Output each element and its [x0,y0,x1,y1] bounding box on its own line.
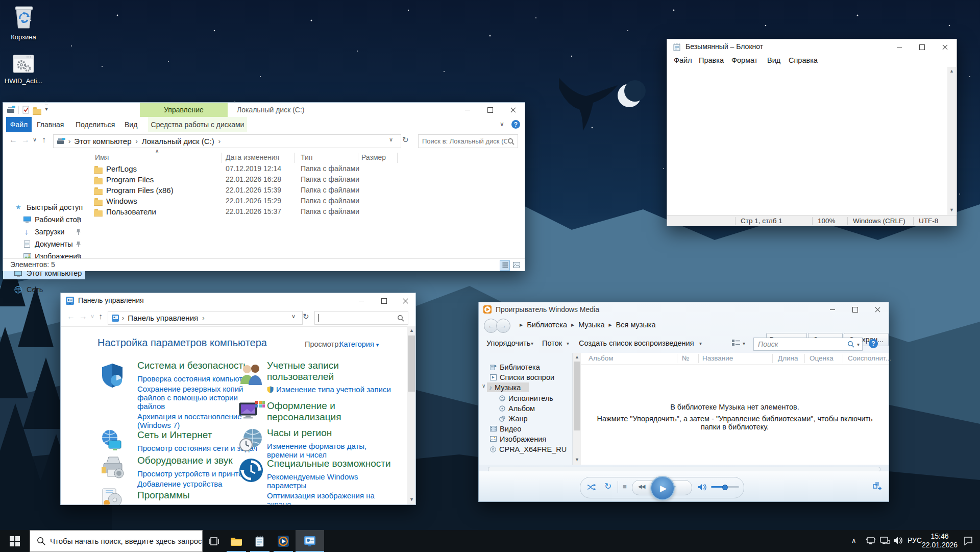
tree-item-cpra-disc[interactable]: CPRA_X64FRE_RU [479,444,572,454]
menu-format[interactable]: Формат [731,56,758,64]
refresh-icon[interactable]: ↻ [303,312,309,321]
view-options-icon[interactable] [732,340,740,347]
hardware-sound-icon[interactable] [100,454,125,479]
resize-grip[interactable] [948,217,957,225]
maximize-button[interactable] [911,40,934,54]
column-title[interactable]: Название [702,354,733,362]
category-link[interactable]: Проверка состояния компьютера [137,374,255,383]
close-button[interactable] [867,302,889,317]
notepad-text-area[interactable] [667,67,947,215]
taskbar-app-notepad[interactable] [249,530,271,552]
search-caret-icon[interactable]: ▾ [857,342,860,347]
column-name[interactable]: Имя [95,153,109,161]
breadcrumb-this-pc[interactable]: Этот компьютер [74,137,131,146]
up-icon[interactable]: ↑ [42,135,46,145]
scroll-up-icon[interactable]: ▲ [575,355,579,359]
repeat-icon[interactable]: ↻ [604,481,611,492]
category-title[interactable]: Специальные возможности [267,458,410,469]
column-contributing[interactable]: Соисполнит... [848,354,891,362]
search-box[interactable]: Поиск в: Локальный диск (C:) [418,134,518,148]
details-view-button[interactable] [500,260,510,271]
address-dropdown-icon[interactable]: ∨ [291,313,296,320]
category-title[interactable]: Учетные записи пользователей [267,360,405,382]
ease-of-access-icon[interactable] [238,458,264,483]
maximize-button[interactable] [844,302,867,317]
scrollbar-thumb[interactable] [408,335,415,392]
user-accounts-icon[interactable] [238,363,264,388]
volume-slider[interactable] [711,486,739,488]
tree-item-album[interactable]: Альбом [479,403,572,413]
tab-view[interactable]: Вид [125,120,137,129]
network-internet-icon[interactable] [100,428,125,454]
tree-item-video[interactable]: Видео [479,424,572,434]
taskbar-app-wmp[interactable] [272,530,295,552]
connect-display-icon[interactable] [866,536,876,545]
scroll-up-icon[interactable]: ▲ [409,328,414,333]
taskbar-app-control-panel[interactable] [296,530,324,552]
column-album[interactable]: Альбом [589,354,613,362]
start-button[interactable] [0,530,30,552]
column-type[interactable]: Тип [301,153,312,161]
sidebar-item-quick-access[interactable]: ★ Быстрый доступ [3,203,86,213]
tree-item-music[interactable]: ♪ Музыка [487,382,529,392]
stream-menu[interactable]: Поток [542,339,562,347]
volume-knob[interactable] [722,485,728,490]
breadcrumb-library[interactable]: Библиотека [527,321,567,329]
category-link[interactable]: Оптимизация изображения на экране [267,491,379,505]
ribbon-expand-icon[interactable]: ∨ [500,121,504,128]
tree-item-artist[interactable]: Исполнитель [479,393,572,403]
recent-locations-icon[interactable]: ∨ [90,313,94,320]
close-button[interactable] [502,103,525,117]
wmp-search-box[interactable]: Поиск ▾ [753,338,863,351]
volume-icon[interactable] [697,483,707,491]
minimize-button[interactable] [821,302,844,317]
stop-icon[interactable]: ■ [623,483,627,490]
sidebar-item-documents[interactable]: Документы [3,239,86,250]
recent-locations-icon[interactable]: ∨ [33,136,37,143]
minimize-button[interactable] [350,294,373,308]
tree-item-library[interactable]: Библиотека [479,362,572,372]
network-tray-icon[interactable] [880,537,890,545]
scroll-down-icon[interactable]: ▼ [949,208,954,212]
maximize-button[interactable] [479,103,502,117]
wmp-sidebar-scrollbar[interactable]: ▲ ▼ [572,353,581,465]
scroll-down-icon[interactable]: ▼ [409,497,414,502]
address-dropdown-icon[interactable]: ∨ [389,136,393,143]
programs-icon[interactable] [100,488,125,505]
scroll-down-icon[interactable]: ▼ [575,458,579,462]
breadcrumb-control-panel[interactable]: Панель управления [128,314,198,322]
expander-icon[interactable]: ∨ [482,383,485,389]
minimize-button[interactable] [888,40,911,54]
file-row[interactable]: Program Files 22.01.2026 16:28 Папка с ф… [86,174,525,185]
taskbar-app-explorer[interactable] [225,530,248,552]
file-row[interactable]: PerfLogs 07.12.2019 12:14 Папка с файлам… [86,163,525,174]
task-view-button[interactable] [203,530,225,552]
thumbnails-view-button[interactable] [512,260,521,270]
tab-file[interactable]: Файл [6,117,32,132]
scroll-up-icon[interactable]: ▲ [949,69,954,74]
column-size[interactable]: Размер [361,153,386,161]
forward-icon[interactable]: → [79,312,87,321]
category-link[interactable]: Архивация и восстановление (Windows 7) [137,412,247,429]
menu-file[interactable]: Файл [674,56,692,64]
sidebar-item-downloads[interactable]: ↓ Загрузки [3,227,86,237]
switch-to-now-playing-icon[interactable] [873,482,883,491]
tree-item-pictures[interactable]: Изображения [479,434,572,444]
clock-region-icon[interactable] [238,427,264,452]
forward-button[interactable]: → [496,319,510,333]
scrollbar-thumb[interactable] [574,362,580,430]
forward-icon[interactable]: → [21,135,30,145]
file-row[interactable]: Windows 22.01.2026 15:29 Папка с файлами [86,196,525,206]
address-bar[interactable]: › Панель управления › [108,311,303,325]
refresh-icon[interactable]: ↻ [402,135,409,145]
system-security-icon[interactable] [100,363,125,388]
address-bar[interactable]: › Этот компьютер › Локальный диск (C:) › [53,134,401,148]
close-button[interactable] [396,294,415,308]
minimize-button[interactable] [456,103,479,117]
category-link[interactable]: Изменение форматов даты, времени и чисел [267,442,369,459]
desktop-icon-hwid[interactable]: HWID_Acti... [4,53,43,85]
menu-help[interactable]: Справка [789,56,818,64]
tree-item-genre[interactable]: Жанр [479,414,572,423]
tray-language-indicator[interactable]: РУС [908,536,922,544]
tree-item-playlists[interactable]: Списки воспрои [479,372,572,382]
